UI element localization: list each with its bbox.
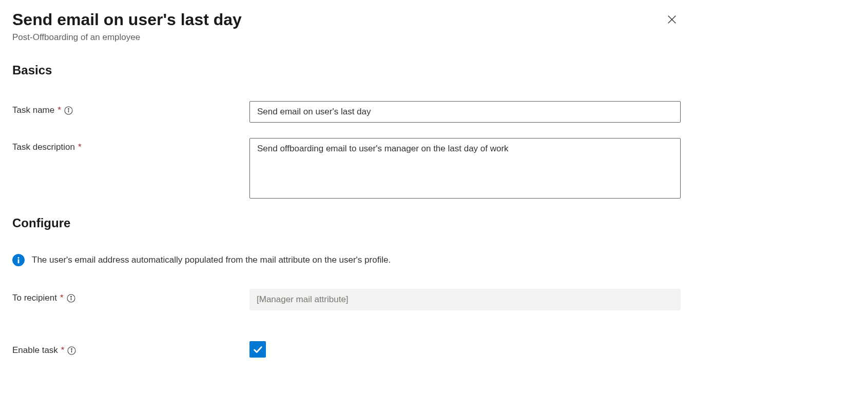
enable-task-input-col xyxy=(249,341,681,358)
svg-point-9 xyxy=(70,296,71,297)
task-name-row: Task name * xyxy=(12,101,856,123)
required-indicator: * xyxy=(61,345,65,356)
close-button[interactable] xyxy=(663,10,681,29)
to-recipient-label-col: To recipient * xyxy=(12,289,249,303)
basics-heading: Basics xyxy=(12,63,856,77)
to-recipient-info-button[interactable] xyxy=(67,294,75,303)
info-icon xyxy=(12,254,25,266)
svg-point-12 xyxy=(71,348,72,349)
header-text: Send email on user's last day Post-Offbo… xyxy=(12,10,663,43)
task-name-info-button[interactable] xyxy=(64,106,73,115)
enable-task-label-col: Enable task * xyxy=(12,341,249,356)
page-subtitle: Post-Offboarding of an employee xyxy=(12,32,663,43)
task-name-input-col xyxy=(249,101,681,123)
page-title: Send email on user's last day xyxy=(12,10,663,29)
task-name-label-col: Task name * xyxy=(12,101,249,115)
svg-point-3 xyxy=(68,108,69,109)
info-badge xyxy=(12,254,25,266)
panel-header: Send email on user's last day Post-Offbo… xyxy=(12,10,856,43)
svg-point-6 xyxy=(17,257,19,259)
required-indicator: * xyxy=(60,293,64,303)
svg-rect-7 xyxy=(18,259,20,263)
task-description-label: Task description xyxy=(12,142,75,152)
to-recipient-input xyxy=(249,289,681,310)
checkmark-icon xyxy=(252,344,263,355)
enable-task-row: Enable task * xyxy=(12,341,856,358)
enable-task-label: Enable task xyxy=(12,345,58,356)
configure-info-text: The user's email address automatically p… xyxy=(32,255,391,265)
to-recipient-row: To recipient * xyxy=(12,289,856,310)
info-icon xyxy=(64,106,73,115)
task-name-input[interactable] xyxy=(249,101,681,123)
enable-task-info-button[interactable] xyxy=(67,346,76,355)
required-indicator: * xyxy=(78,142,82,152)
task-description-row: Task description * xyxy=(12,138,856,201)
configure-info-row: The user's email address automatically p… xyxy=(12,254,856,266)
info-icon xyxy=(67,346,76,355)
to-recipient-label: To recipient xyxy=(12,293,57,303)
task-description-label-col: Task description * xyxy=(12,138,249,152)
close-icon xyxy=(666,14,678,25)
task-description-input[interactable] xyxy=(249,138,681,199)
required-indicator: * xyxy=(57,105,61,115)
task-description-input-col xyxy=(249,138,681,201)
task-name-label: Task name xyxy=(12,105,54,115)
enable-task-checkbox[interactable] xyxy=(249,341,266,358)
configure-heading: Configure xyxy=(12,216,856,230)
info-icon xyxy=(67,294,75,303)
to-recipient-input-col xyxy=(249,289,681,310)
